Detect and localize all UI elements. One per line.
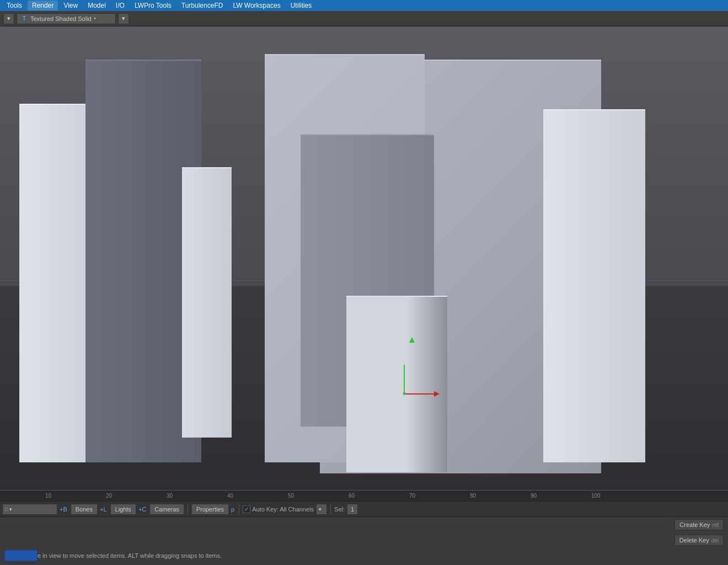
- menu-view[interactable]: View: [59, 1, 82, 10]
- menu-turbulence[interactable]: TurbulenceFD: [177, 1, 228, 10]
- bones-button[interactable]: Bones: [71, 504, 98, 515]
- tick-60: 60: [349, 493, 355, 499]
- status-bar: e in view to move selected items. ALT wh…: [0, 548, 728, 563]
- tick-10: 10: [45, 493, 51, 499]
- viewport-toggle-btn[interactable]: ▾: [3, 13, 14, 24]
- ruler-tick-area: 10 20 30 40 50 60 70 80 90 100: [0, 491, 728, 501]
- sep1: [188, 504, 188, 514]
- tick-50: 50: [288, 493, 294, 499]
- tick-90: 90: [531, 493, 537, 499]
- cameras-button[interactable]: Cameras: [149, 504, 184, 515]
- cameras-shortcut: +C: [138, 506, 146, 513]
- sep2: [239, 504, 239, 514]
- toolbar: ▾ T Textured Shaded Solid ▾ ▾: [0, 11, 728, 26]
- delete-key-label: Delete Key: [679, 537, 709, 543]
- gizmo-y-axis[interactable]: [404, 365, 405, 395]
- create-key-button[interactable]: Create Key ret: [675, 519, 724, 530]
- menu-bar: Tools Render View Model I/O LWPro Tools …: [0, 0, 728, 11]
- create-key-shortcut: ret: [712, 522, 719, 528]
- menu-io[interactable]: I/O: [111, 1, 129, 10]
- lights-shortcut: +L: [100, 506, 107, 513]
- viewport-mode-dropdown[interactable]: T Textured Shaded Solid ▾: [17, 13, 116, 24]
- sel-value-display: 1: [347, 504, 358, 515]
- extra-arrow-icon: ▾: [122, 15, 125, 22]
- chevron-down-icon: ▾: [7, 15, 10, 22]
- auto-key-label: Auto Key: All Channels: [252, 506, 314, 513]
- menu-utilities[interactable]: Utilities: [286, 1, 317, 10]
- sep3: [330, 504, 331, 514]
- auto-key-dropdown[interactable]: ▾: [316, 504, 327, 515]
- menu-render[interactable]: Render: [28, 1, 58, 10]
- sel-label: Sel:: [334, 506, 345, 513]
- lights-button[interactable]: Lights: [110, 504, 136, 515]
- checkbox-check-icon: ✓: [244, 506, 249, 512]
- dropdown-arrow-icon: ▾: [9, 507, 12, 512]
- auto-key-checkbox[interactable]: ✓: [243, 505, 250, 513]
- bottom-row1: □ ▾ +B Bones +L Lights +C Cameras Proper…: [0, 502, 728, 517]
- properties-button[interactable]: Properties: [191, 504, 229, 515]
- viewport-3d[interactable]: [0, 26, 728, 490]
- file-icon: □: [5, 507, 8, 512]
- delete-key-shortcut: del: [711, 537, 719, 543]
- bones-shortcut: +B: [60, 506, 67, 513]
- auto-key-checkbox-area[interactable]: ✓ Auto Key: All Channels: [243, 505, 314, 513]
- menu-lwpro[interactable]: LWPro Tools: [130, 1, 176, 10]
- gizmo-x-axis[interactable]: [405, 393, 438, 395]
- mode-dropdown-arrow: ▾: [94, 16, 96, 21]
- properties-shortcut: p: [231, 506, 234, 513]
- auto-key-arrow-icon: ▾: [319, 507, 322, 512]
- tick-80: 80: [470, 493, 476, 499]
- gizmo-x-arrow: [434, 391, 440, 397]
- tick-100: 100: [591, 493, 601, 499]
- box-medium-white: [182, 167, 232, 438]
- create-key-label: Create Key: [679, 521, 710, 528]
- menu-tools[interactable]: Tools: [2, 1, 26, 10]
- menu-model[interactable]: Model: [83, 1, 110, 10]
- scene-dropdown[interactable]: □ ▾: [2, 504, 57, 515]
- gizmo-y-arrow: [409, 337, 415, 343]
- active-item-input[interactable]: [4, 550, 38, 561]
- menu-workspaces[interactable]: LW Workspaces: [228, 1, 285, 10]
- tick-40: 40: [227, 493, 233, 499]
- tick-30: 30: [167, 493, 173, 499]
- status-message: e in view to move selected items. ALT wh…: [38, 552, 222, 559]
- bottom-row2: Create Key ret: [0, 517, 728, 532]
- bottom-panel: □ ▾ +B Bones +L Lights +C Cameras Proper…: [0, 501, 728, 565]
- timeline-ruler[interactable]: 10 20 30 40 50 60 70 80 90 100: [0, 490, 728, 501]
- bottom-row3: Delete Key del: [0, 532, 728, 548]
- extra-dropdown-btn[interactable]: ▾: [118, 13, 129, 24]
- tick-70: 70: [409, 493, 415, 499]
- box-tall-white-right: [543, 109, 645, 462]
- tick-20: 20: [106, 493, 112, 499]
- delete-key-button[interactable]: Delete Key del: [675, 535, 724, 546]
- textured-icon: T: [20, 15, 28, 23]
- transform-gizmo: [396, 369, 446, 418]
- viewport-mode-label: Textured Shaded Solid: [30, 15, 92, 22]
